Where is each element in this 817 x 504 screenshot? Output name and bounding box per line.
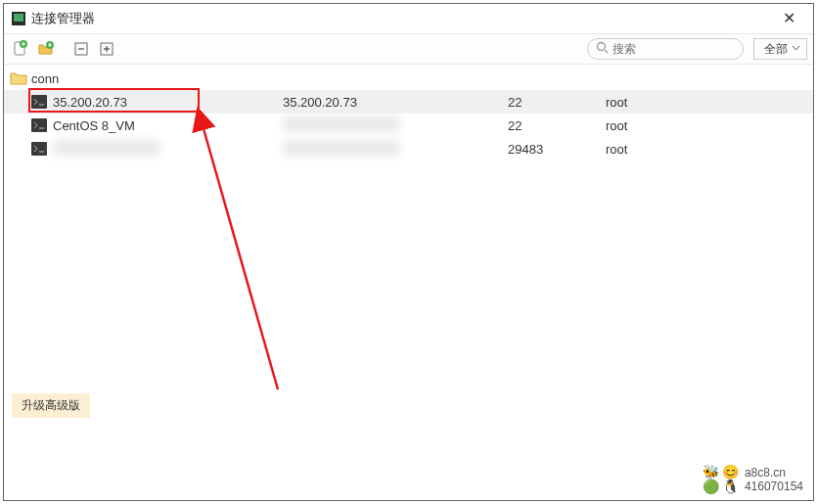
connection-row[interactable]: CentOS 8_VM 22 root — [4, 114, 813, 137]
app-icon — [12, 12, 25, 25]
folder-icon — [10, 70, 27, 86]
connection-name: CentOS 8_VM — [53, 118, 283, 133]
filter-dropdown[interactable]: 全部 — [753, 38, 807, 60]
connection-user: root — [606, 142, 704, 157]
expand-button[interactable] — [96, 38, 117, 60]
svg-rect-1 — [14, 14, 23, 22]
terminal-icon — [31, 142, 47, 156]
watermark-site: a8c8.cn — [745, 466, 803, 480]
svg-rect-9 — [31, 118, 47, 132]
connection-tree: conn 35.200.20.73 35.200.20.73 22 root C… — [4, 67, 813, 160]
svg-line-11 — [203, 125, 278, 389]
connection-port: 29483 — [508, 142, 606, 157]
toolbar: 全部 — [4, 33, 813, 65]
connection-row[interactable]: 29483 root — [4, 137, 813, 160]
connection-host — [283, 116, 508, 135]
connection-user: root — [606, 118, 704, 133]
svg-rect-10 — [31, 142, 47, 156]
bee-icon: 🐝 — [703, 464, 719, 480]
chevron-down-icon — [792, 42, 800, 56]
svg-rect-8 — [31, 95, 47, 109]
connection-port: 22 — [508, 118, 606, 133]
window-title: 连接管理器 — [31, 10, 772, 27]
connection-name: 35.200.20.73 — [53, 95, 283, 110]
connection-name — [53, 140, 283, 159]
connection-host — [283, 140, 508, 159]
connection-host: 35.200.20.73 — [283, 95, 508, 110]
svg-point-7 — [598, 43, 606, 51]
search-input[interactable] — [613, 42, 730, 56]
connection-user: root — [606, 95, 704, 110]
wechat-icon: 🟢 — [703, 479, 719, 494]
watermark: 🐝 😊 🟢 🐧 a8c8.cn 416070154 — [703, 465, 803, 494]
close-button[interactable]: ✕ — [772, 4, 805, 33]
new-folder-button[interactable] — [35, 38, 57, 60]
upgrade-label: 升级高级版 — [22, 398, 80, 412]
search-box[interactable] — [587, 38, 744, 60]
watermark-qq: 416070154 — [745, 480, 803, 493]
folder-name: conn — [31, 71, 59, 86]
qq-icon: 🐧 — [722, 479, 739, 494]
filter-label: 全部 — [764, 41, 788, 58]
emoji-icon: 😊 — [722, 464, 739, 480]
terminal-icon — [31, 118, 47, 132]
connection-port: 22 — [508, 95, 606, 110]
search-icon — [596, 40, 609, 58]
collapse-button[interactable] — [70, 38, 92, 60]
terminal-icon — [31, 95, 47, 109]
connection-row[interactable]: 35.200.20.73 35.200.20.73 22 root — [4, 90, 813, 114]
new-file-button[interactable] — [10, 38, 31, 60]
upgrade-button[interactable]: 升级高级版 — [12, 393, 90, 418]
titlebar: 连接管理器 ✕ — [4, 4, 813, 33]
folder-row[interactable]: conn — [4, 67, 813, 90]
